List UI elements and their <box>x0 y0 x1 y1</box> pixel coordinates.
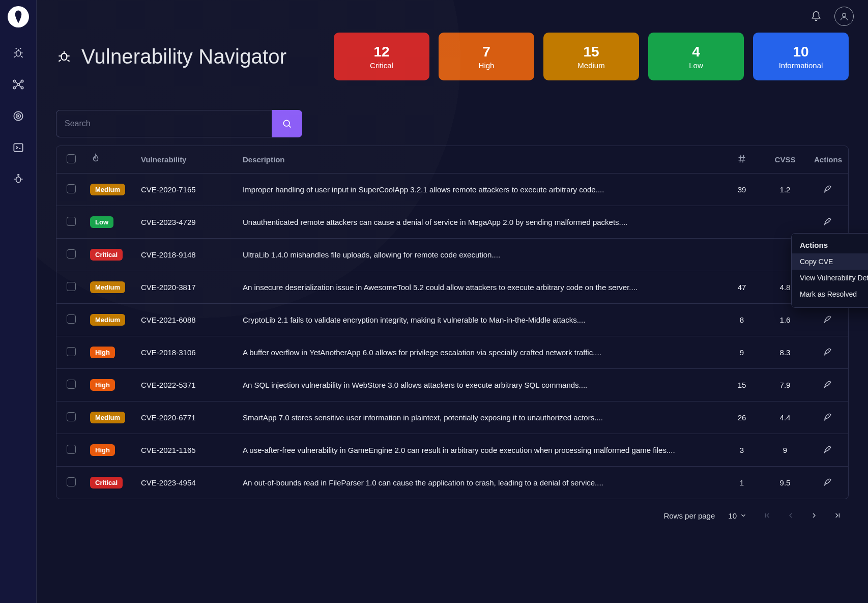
stat-card-medium[interactable]: 15Medium <box>543 33 639 80</box>
page-prev-button[interactable] <box>784 508 798 523</box>
sidebar <box>0 0 37 603</box>
row-checkbox[interactable] <box>67 282 76 291</box>
count-cell: 47 <box>721 271 762 304</box>
table-row[interactable]: MediumCVE-2020-7165Improper handling of … <box>56 174 848 206</box>
svg-point-4 <box>21 87 23 89</box>
description-cell: Improper handling of user input in Super… <box>237 174 721 206</box>
cve-id: CVE-2021-1165 <box>135 434 237 467</box>
cve-id: CVE-2023-4954 <box>135 467 237 499</box>
context-menu-item[interactable]: Mark as Resolved <box>792 286 868 302</box>
cvss-cell: 9.5 <box>762 467 808 499</box>
cve-id: CVE-2020-3817 <box>135 271 237 304</box>
col-vulnerability[interactable]: Vulnerability <box>135 146 237 174</box>
svg-rect-0 <box>16 51 20 56</box>
cvss-cell: 1.6 <box>762 304 808 336</box>
table-row[interactable]: CriticalCVE-2023-4954An out-of-bounds re… <box>56 467 848 499</box>
description-cell: UltraLib 1.4.0 mishandles file uploads, … <box>237 239 721 271</box>
app-logo[interactable] <box>8 6 29 27</box>
table-row[interactable]: LowCVE-2023-4729Unauthenticated remote a… <box>56 206 848 239</box>
row-checkbox[interactable] <box>67 477 76 486</box>
row-checkbox[interactable] <box>67 412 76 421</box>
bell-icon[interactable] <box>807 7 825 25</box>
flame-icon[interactable] <box>90 153 101 164</box>
table-row[interactable]: MediumCVE-2020-3817An insecure deseriali… <box>56 271 848 304</box>
terminal-icon[interactable] <box>7 136 30 159</box>
table-row[interactable]: MediumCVE-2020-6771SmartApp 7.0 stores s… <box>56 401 848 434</box>
row-checkbox[interactable] <box>67 217 76 226</box>
stat-card-informational[interactable]: 10Informational <box>753 33 849 80</box>
context-menu-item[interactable]: Copy CVE <box>792 253 868 270</box>
topbar <box>37 0 868 33</box>
row-checkbox[interactable] <box>67 347 76 356</box>
page-first-button[interactable] <box>760 508 774 523</box>
row-checkbox[interactable] <box>67 249 76 259</box>
stat-value: 12 <box>373 44 389 60</box>
table-row[interactable]: MediumCVE-2021-6088CryptoLib 2.1 fails t… <box>56 304 848 336</box>
count-cell: 8 <box>721 304 762 336</box>
severity-badge: Medium <box>90 314 125 326</box>
description-cell: CryptoLib 2.1 fails to validate encrypti… <box>237 304 721 336</box>
col-cvss[interactable]: CVSS <box>762 146 808 174</box>
count-cell: 15 <box>721 369 762 401</box>
row-checkbox[interactable] <box>67 314 76 324</box>
col-actions: Actions <box>808 146 848 174</box>
table-row[interactable]: HighCVE-2022-5371An SQL injection vulner… <box>56 369 848 401</box>
rocket-action-icon[interactable] <box>823 477 833 487</box>
svg-point-8 <box>17 116 18 117</box>
svg-point-6 <box>14 111 22 120</box>
stat-card-high[interactable]: 7High <box>439 33 534 80</box>
table-row[interactable]: HighCVE-2021-1165A use-after-free vulner… <box>56 434 848 467</box>
row-checkbox[interactable] <box>67 380 76 389</box>
svg-point-13 <box>283 120 290 126</box>
graph-icon[interactable] <box>7 73 30 96</box>
description-cell: An SQL injection vulnerability in WebSto… <box>237 369 721 401</box>
rocket-action-icon[interactable] <box>823 444 833 454</box>
rows-per-page-select[interactable]: 10 <box>724 509 751 522</box>
cvss-cell: 8.3 <box>762 336 808 369</box>
target-icon[interactable] <box>7 105 30 127</box>
cve-id: CVE-2018-9148 <box>135 239 237 271</box>
svg-point-2 <box>21 80 23 82</box>
user-avatar[interactable] <box>834 7 854 26</box>
description-cell: Unauthenticated remote attackers can cau… <box>237 206 721 239</box>
rocket-action-icon[interactable] <box>823 314 833 324</box>
context-menu-title: Actions <box>792 239 868 253</box>
cvss-cell: 9 <box>762 434 808 467</box>
table-row[interactable]: HighCVE-2018-3106A buffer overflow in Ye… <box>56 336 848 369</box>
search-button[interactable] <box>272 110 302 137</box>
context-menu-item[interactable]: View Vulnerability Details <box>792 270 868 286</box>
severity-badge: Low <box>90 216 113 228</box>
select-all-checkbox[interactable] <box>67 154 76 163</box>
rocket-action-icon[interactable] <box>823 379 833 389</box>
description-cell: An insecure deserialization issue in Awe… <box>237 271 721 304</box>
stat-card-low[interactable]: 4Low <box>648 33 744 80</box>
page-next-button[interactable] <box>807 508 821 523</box>
cvss-cell: 4.4 <box>762 401 808 434</box>
description-cell: A use-after-free vulnerability in GameEn… <box>237 434 721 467</box>
severity-badge: Critical <box>90 249 123 261</box>
severity-badge: Medium <box>90 184 125 195</box>
count-cell: 3 <box>721 434 762 467</box>
svg-point-11 <box>843 13 846 17</box>
rocket-action-icon[interactable] <box>823 216 833 226</box>
table-row[interactable]: CriticalCVE-2018-9148UltraLib 1.4.0 mish… <box>56 239 848 271</box>
cve-id: CVE-2022-5371 <box>135 369 237 401</box>
description-cell: An out-of-bounds read in FileParser 1.0 … <box>237 467 721 499</box>
svg-point-3 <box>13 87 15 89</box>
rocket-action-icon[interactable] <box>823 184 833 194</box>
stat-card-critical[interactable]: 12Critical <box>334 33 429 80</box>
bug-icon[interactable] <box>7 42 30 64</box>
rocket-action-icon[interactable] <box>823 347 833 357</box>
hash-icon[interactable] <box>736 153 747 164</box>
page-last-button[interactable] <box>830 508 845 523</box>
bug-upload-icon[interactable] <box>7 168 30 190</box>
count-cell: 39 <box>721 174 762 206</box>
row-checkbox[interactable] <box>67 184 76 193</box>
col-description[interactable]: Description <box>237 146 721 174</box>
search-input[interactable] <box>56 110 272 137</box>
cve-id: CVE-2023-4729 <box>135 206 237 239</box>
row-checkbox[interactable] <box>67 445 76 454</box>
rocket-action-icon[interactable] <box>823 412 833 422</box>
count-cell: 1 <box>721 467 762 499</box>
severity-badge: Medium <box>90 281 125 293</box>
